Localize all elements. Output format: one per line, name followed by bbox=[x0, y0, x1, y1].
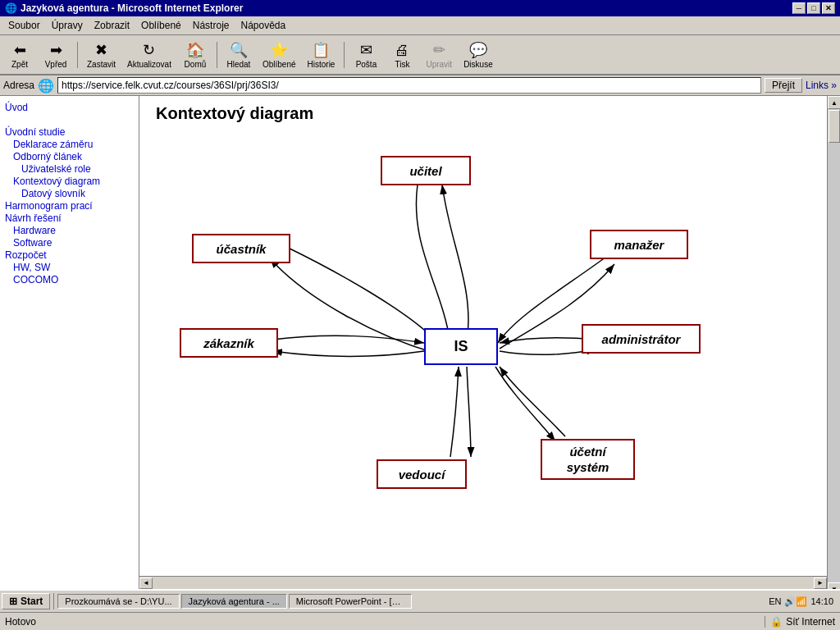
address-input[interactable] bbox=[57, 77, 761, 94]
title-bar-title: Jazyková agentura - Microsoft Internet E… bbox=[21, 2, 243, 14]
mail-icon: ✉ bbox=[356, 40, 376, 60]
entity-manazer: manažer bbox=[590, 230, 688, 259]
toolbar-sep-2 bbox=[217, 42, 217, 68]
sidebar-item-odborny[interactable]: Odborný článek bbox=[13, 151, 134, 162]
sidebar-item-kontextovy[interactable]: Kontextový diagram bbox=[13, 176, 134, 187]
menu-upravy[interactable]: Úpravy bbox=[47, 18, 88, 33]
entity-ucastnik: účastník bbox=[192, 234, 290, 263]
taskbar-powerpoint[interactable]: Microsoft PowerPoint - [si... bbox=[289, 594, 412, 596]
stop-button[interactable]: ✖ Zastavit bbox=[83, 38, 120, 71]
entity-ucitel: učitel bbox=[381, 156, 471, 185]
start-button[interactable]: ⊞ Start bbox=[2, 593, 50, 596]
entity-manazer-label: manažer bbox=[614, 238, 664, 252]
forward-button[interactable]: ➡ Vpřed bbox=[39, 38, 72, 71]
entity-zakaznik-label: zákazník bbox=[203, 336, 254, 350]
toolbar-sep-1 bbox=[77, 42, 78, 68]
taskbar-explorer[interactable]: Prozkoumává se - D:\YU... bbox=[57, 594, 179, 596]
sidebar-item-uvodni-studie[interactable]: Úvodní studie bbox=[5, 126, 134, 138]
mail-button[interactable]: ✉ Pošta bbox=[349, 38, 382, 71]
print-icon: 🖨 bbox=[392, 40, 412, 60]
sidebar-item-hardware[interactable]: Hardware bbox=[13, 225, 134, 236]
refresh-icon: ↻ bbox=[139, 40, 159, 60]
entity-administrator-label: administrátor bbox=[602, 332, 681, 346]
history-label: Historie bbox=[308, 60, 336, 69]
sidebar-item-rozpocet[interactable]: Rozpočet bbox=[5, 249, 134, 261]
sidebar-item-software[interactable]: Software bbox=[13, 237, 134, 249]
title-bar-left: 🌐 Jazyková agentura - Microsoft Internet… bbox=[5, 2, 243, 14]
taskbar-separator bbox=[53, 593, 54, 596]
entity-zakaznik: zákazník bbox=[180, 328, 278, 358]
discuss-label: Diskuse bbox=[463, 60, 493, 69]
print-label: Tisk bbox=[395, 60, 409, 69]
scroll-track bbox=[828, 109, 840, 582]
discuss-button[interactable]: 💬 Diskuse bbox=[459, 38, 497, 71]
horizontal-scrollbar[interactable]: ◄ ► bbox=[139, 576, 827, 589]
menu-zobrazit[interactable]: Zobrazit bbox=[89, 18, 135, 33]
sidebar: Úvod Úvodní studie Deklarace záměru Odbo… bbox=[0, 96, 139, 596]
favorites-label: Oblíbené bbox=[262, 60, 296, 69]
home-button[interactable]: 🏠 Domů bbox=[179, 38, 212, 71]
menu-bar: Soubor Úpravy Zobrazit Oblíbené Nástroje… bbox=[0, 16, 840, 35]
links-button[interactable]: Links » bbox=[806, 80, 837, 91]
taskbar-ie[interactable]: Jazyková agentura - ... bbox=[181, 594, 287, 596]
sidebar-item-uzivatelske[interactable]: Uživatelské role bbox=[21, 163, 134, 175]
forward-icon: ➡ bbox=[46, 40, 66, 60]
scroll-left-button[interactable]: ◄ bbox=[139, 578, 153, 589]
edit-label: Upravit bbox=[426, 60, 452, 69]
refresh-button[interactable]: ↻ Aktualizovat bbox=[123, 38, 176, 71]
entity-is-label: IS bbox=[454, 338, 468, 355]
go-button[interactable]: Přejít bbox=[765, 78, 802, 93]
refresh-label: Aktualizovat bbox=[127, 60, 171, 69]
vertical-scrollbar[interactable]: ▲ ▼ bbox=[827, 96, 840, 596]
print-button[interactable]: 🖨 Tisk bbox=[386, 38, 418, 71]
search-button[interactable]: 🔍 Hledat bbox=[222, 38, 255, 71]
sidebar-item-deklarace[interactable]: Deklarace záměru bbox=[13, 139, 134, 150]
home-icon: 🏠 bbox=[185, 40, 205, 60]
menu-nastroje[interactable]: Nástroje bbox=[188, 18, 235, 33]
title-bar-icon: 🌐 bbox=[5, 2, 17, 14]
edit-button[interactable]: ✏ Upravit bbox=[422, 38, 456, 71]
arrows-svg bbox=[171, 139, 795, 596]
minimize-button[interactable]: ─ bbox=[792, 2, 806, 14]
scroll-thumb[interactable] bbox=[829, 110, 840, 143]
menu-soubor[interactable]: Soubor bbox=[3, 18, 45, 33]
history-icon: 📋 bbox=[311, 40, 331, 60]
menu-oblibene[interactable]: Oblíbené bbox=[136, 18, 186, 33]
address-icon: 🌐 bbox=[38, 78, 54, 94]
history-button[interactable]: 📋 Historie bbox=[304, 38, 340, 71]
sidebar-item-hw-sw[interactable]: HW, SW bbox=[13, 262, 134, 273]
back-button[interactable]: ⬅ Zpět bbox=[3, 38, 36, 71]
page-title: Kontextový diagram bbox=[156, 104, 810, 123]
entity-administrator: administrátor bbox=[582, 324, 701, 354]
maximize-button[interactable]: □ bbox=[807, 2, 820, 14]
content-area: Kontextový diagram bbox=[139, 96, 827, 596]
back-icon: ⬅ bbox=[10, 40, 30, 60]
address-bar: Adresa 🌐 Přejít Links » bbox=[0, 75, 840, 96]
home-label: Domů bbox=[185, 60, 207, 69]
scroll-up-button[interactable]: ▲ bbox=[828, 96, 840, 109]
main-area: Úvod Úvodní studie Deklarace záměru Odbo… bbox=[0, 96, 840, 596]
taskbar: ⊞ Start Prozkoumává se - D:\YU... Jazyko… bbox=[0, 589, 840, 596]
forward-label: Vpřed bbox=[45, 60, 67, 69]
sidebar-item-datovy[interactable]: Datový slovník bbox=[21, 188, 134, 199]
stop-icon: ✖ bbox=[92, 40, 112, 60]
menu-napoveda[interactable]: Nápověda bbox=[235, 18, 290, 33]
mail-label: Pošta bbox=[356, 60, 377, 69]
sidebar-item-harmonogram[interactable]: Harmonogram prací bbox=[5, 200, 134, 212]
sidebar-item-navrh[interactable]: Návrh řešení bbox=[5, 212, 134, 224]
toolbar-sep-3 bbox=[344, 42, 345, 68]
context-diagram: učitel účastník manažer zákazník IS admi… bbox=[171, 139, 795, 596]
sidebar-item-cocomo[interactable]: COCOMO bbox=[13, 274, 134, 285]
entity-is: IS bbox=[424, 328, 498, 365]
search-icon: 🔍 bbox=[229, 40, 249, 60]
entity-ucetni-label: účetnísystém bbox=[567, 444, 609, 476]
sidebar-item-uvod[interactable]: Úvod bbox=[5, 102, 134, 113]
go-label: Přejít bbox=[772, 80, 795, 91]
close-button[interactable]: ✕ bbox=[822, 2, 835, 14]
favorites-icon: ⭐ bbox=[269, 40, 289, 60]
favorites-button[interactable]: ⭐ Oblíbené bbox=[258, 38, 300, 71]
back-label: Zpět bbox=[11, 60, 28, 69]
stop-label: Zastavit bbox=[87, 60, 116, 69]
scroll-right-button[interactable]: ► bbox=[814, 578, 827, 589]
title-bar: 🌐 Jazyková agentura - Microsoft Internet… bbox=[0, 0, 840, 16]
